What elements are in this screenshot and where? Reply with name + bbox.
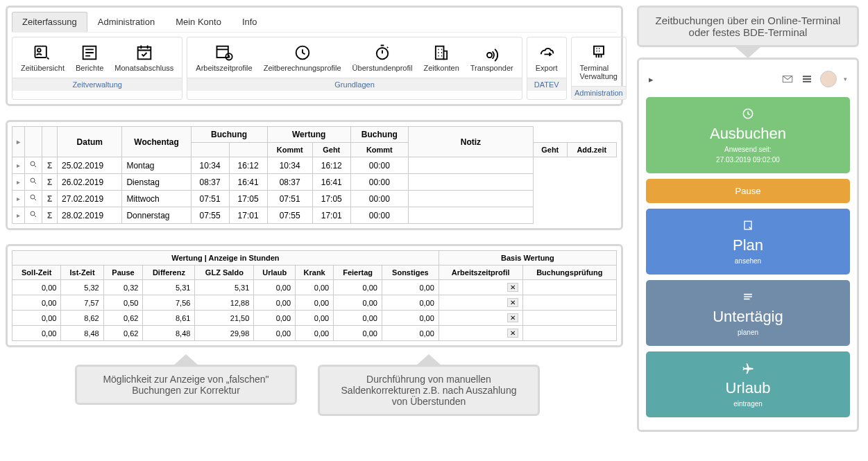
cell: 0,32 [103, 280, 143, 295]
row-expand[interactable]: ▸ [12, 174, 25, 191]
calendar-check-icon [135, 43, 154, 62]
cell: 0,00 [334, 311, 382, 326]
building-icon [432, 43, 451, 62]
row-expand[interactable]: ▸ [12, 157, 25, 174]
svg-point-13 [31, 195, 35, 199]
cell-b-geht: 16:12 [229, 157, 267, 174]
col-header: Krank [296, 266, 334, 280]
tab-zeiterfassung[interactable]: Zeiterfassung [12, 12, 87, 32]
sigma-icon[interactable]: Σ [42, 174, 58, 191]
clear-button[interactable]: ✕ [439, 280, 522, 295]
table-row[interactable]: ▸Σ28.02.2019Donnerstag07:5517:0107:5517:… [12, 207, 617, 224]
cell-notiz[interactable] [408, 191, 533, 207]
ribbon-zeituebersicht[interactable]: Zeitübersicht [15, 40, 70, 75]
row-expand[interactable]: ▸ [12, 191, 25, 207]
sigma-icon[interactable]: Σ [42, 191, 58, 207]
cell: 0,00 [296, 280, 334, 295]
table-row[interactable]: ▸Σ27.02.2019Mittwoch07:5117:0507:5117:05… [12, 191, 617, 207]
ribbon-group-administration: Terminal Verwaltung Administration [571, 37, 627, 100]
cell: 0,00 [296, 311, 334, 326]
cell: 21,50 [195, 311, 254, 326]
cell: 0,00 [12, 326, 61, 341]
cell: 0,00 [12, 311, 61, 326]
valuation-table: Wertung | Anzeige in Stunden Basis Wertu… [12, 250, 617, 341]
cell-notiz[interactable] [408, 207, 533, 224]
report-icon [80, 43, 99, 62]
ribbon-monatsabschluss[interactable]: Monatsabschluss [109, 40, 179, 75]
tab-info[interactable]: Info [232, 12, 268, 32]
cell: 0,00 [254, 295, 296, 311]
col-wochentag: Wochentag [122, 127, 191, 157]
table-row: 0,008,480,628,4829,980,000,000,000,00✕ [12, 326, 617, 341]
ribbon-terminal-verwaltung[interactable]: Terminal Verwaltung [575, 40, 623, 83]
cell-notiz[interactable] [408, 157, 533, 174]
search-icon[interactable] [25, 157, 42, 174]
ribbon-zeitkonten[interactable]: Zeitkonten [418, 40, 464, 75]
ribbon-transponder[interactable]: Transponder [465, 40, 519, 75]
clear-button[interactable]: ✕ [439, 326, 522, 341]
arrow-up-icon [173, 354, 198, 365]
cell: 0,00 [254, 326, 296, 341]
search-icon[interactable] [25, 207, 42, 224]
btn-pause[interactable]: Pause [646, 179, 850, 203]
cell-b-geht: 17:05 [229, 191, 267, 207]
sigma-icon[interactable]: Σ [42, 157, 58, 174]
clear-button[interactable]: ✕ [439, 295, 522, 311]
cell: 0,00 [382, 295, 439, 311]
cell-w-kommt: 07:55 [267, 207, 312, 224]
ribbon-ueberstundenprofil[interactable]: Überstundenprofil [347, 40, 418, 75]
cell: 0,00 [296, 326, 334, 341]
callout-terminal: Zeitbuchungen über ein Online-Terminal o… [637, 6, 859, 47]
expand-handle[interactable]: ▸ [12, 127, 25, 157]
btn-untertaegig[interactable]: Untertägig planen [646, 280, 850, 346]
table-row[interactable]: ▸Σ26.02.2019Dienstag08:3716:4108:3716:41… [12, 174, 617, 191]
cell: 0,50 [103, 295, 143, 311]
ribbon-arbeitszeitprofile[interactable]: Arbeitszeitprofile [190, 40, 257, 75]
row-expand[interactable]: ▸ [12, 207, 25, 224]
search-icon[interactable] [25, 191, 42, 207]
cell: 5,32 [61, 280, 103, 295]
svg-rect-8 [436, 46, 444, 60]
tab-administration[interactable]: Administration [87, 12, 165, 32]
ribbon-group-datev: Export DATEV [527, 37, 567, 100]
cell: 0,62 [103, 311, 143, 326]
clock-icon [293, 43, 312, 62]
ribbon-berichte[interactable]: Berichte [70, 40, 109, 75]
col-header: Soll-Zeit [12, 266, 61, 280]
mail-icon[interactable] [781, 73, 794, 85]
col-header: Differenz [143, 266, 195, 280]
btn-plan[interactable]: Plan ansehen [646, 209, 850, 275]
cell: 0,00 [12, 280, 61, 295]
terminal-device-icon [589, 43, 609, 62]
expand-icon[interactable]: ▸ [649, 74, 654, 85]
group-basis: Basis Wertung [439, 251, 616, 266]
cell: 0,00 [12, 295, 61, 311]
clear-button[interactable]: ✕ [439, 311, 522, 326]
cell-wochentag: Montag [122, 157, 191, 174]
btn-urlaub[interactable]: Urlaub eintragen [646, 351, 850, 417]
cell: 0,00 [254, 311, 296, 326]
menu-icon[interactable] [801, 73, 813, 85]
cell [522, 280, 616, 295]
svg-rect-10 [594, 46, 604, 55]
cell: 8,48 [61, 326, 103, 341]
cell-w-kommt: 10:34 [267, 157, 312, 174]
col-wertung: Wertung [267, 127, 350, 143]
cell: 0,00 [254, 280, 296, 295]
table-row[interactable]: ▸Σ25.02.2019Montag10:3416:1210:3416:1200… [12, 157, 617, 174]
avatar[interactable] [820, 71, 837, 87]
valuation-table-panel: Wertung | Anzeige in Stunden Basis Wertu… [6, 244, 623, 347]
search-icon[interactable] [25, 174, 42, 191]
ribbon-zeitberechnungsprofile[interactable]: Zeitberechnungsprofile [258, 40, 347, 75]
cell-notiz[interactable] [408, 174, 533, 191]
cell: 7,57 [61, 295, 103, 311]
col-header: Buchungsprüfung [522, 266, 616, 280]
col-header: Feiertag [334, 266, 382, 280]
sigma-icon[interactable]: Σ [42, 207, 58, 224]
chevron-down-icon[interactable]: ▾ [844, 76, 847, 82]
cell-wochentag: Dienstag [122, 174, 191, 191]
btn-ausbuchen[interactable]: Ausbuchen Anwesend seit: 27.03.2019 09:0… [646, 97, 850, 173]
tab-mein-konto[interactable]: Mein Konto [165, 12, 232, 32]
cell-w-kommt: 08:37 [267, 174, 312, 191]
ribbon-export[interactable]: Export [530, 40, 563, 75]
